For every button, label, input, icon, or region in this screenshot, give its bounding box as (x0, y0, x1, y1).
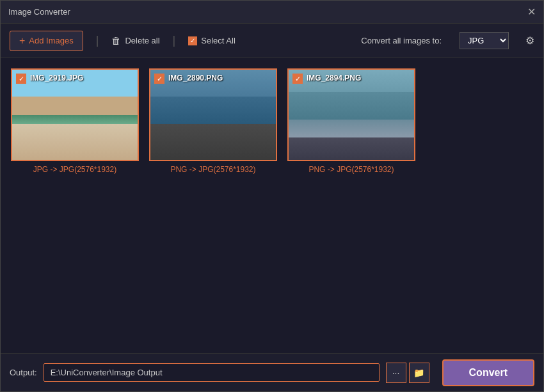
browse-button[interactable]: ··· (386, 363, 406, 383)
format-select[interactable]: JPG PNG BMP TIFF GIF WEBP (460, 32, 509, 49)
divider2: | (173, 34, 176, 47)
toolbar: + Add Images | 🗑 Delete all | ✓ Select A… (1, 24, 543, 58)
select-all-checkbox: ✓ (188, 36, 197, 45)
select-all-label: Select All (201, 36, 235, 45)
add-images-label: Add Images (29, 36, 73, 45)
trash-icon: 🗑 (111, 35, 121, 46)
image-card-2: ✓ IMG_2890.PNG PNG -> JPG(2576*1932) (149, 68, 277, 174)
image-thumbnail-1[interactable]: ✓ IMG_2919.JPG (11, 68, 139, 161)
settings-button[interactable]: ⚙ (525, 35, 534, 47)
image-card-3: ✓ IMG_2894.PNG PNG -> JPG(2576*1932) (287, 68, 415, 174)
convert-button[interactable]: Convert (442, 359, 534, 386)
image-conversion-info-1: JPG -> JPG(2576*1932) (33, 165, 116, 174)
image-thumbnail-2[interactable]: ✓ IMG_2890.PNG (149, 68, 277, 161)
open-folder-button[interactable]: 📁 (409, 363, 429, 383)
image-checkbox-1[interactable]: ✓ (16, 74, 26, 84)
image-conversion-info-2: PNG -> JPG(2576*1932) (170, 165, 255, 174)
image-conversion-info-3: PNG -> JPG(2576*1932) (308, 165, 394, 174)
plus-icon: + (19, 35, 25, 47)
bottom-icons: ··· 📁 (386, 363, 429, 383)
image-filename-3: IMG_2894.PNG (307, 74, 361, 82)
output-label: Output: (10, 368, 37, 377)
image-filename-1: IMG_2919.JPG (30, 74, 83, 82)
image-card-1: ✓ IMG_2919.JPG JPG -> JPG(2576*1932) (11, 68, 139, 174)
output-path-input[interactable] (44, 363, 380, 382)
image-filename-2: IMG_2890.PNG (168, 74, 223, 82)
window-title: Image Converter (8, 7, 70, 17)
main-window: Image Converter ✕ + Add Images | 🗑 Delet… (0, 0, 544, 392)
title-bar: Image Converter ✕ (1, 1, 543, 24)
convert-all-label: Convert all images to: (361, 36, 442, 45)
select-all-button[interactable]: ✓ Select All (188, 36, 235, 45)
image-checkbox-2[interactable]: ✓ (154, 74, 164, 84)
images-grid: ✓ IMG_2919.JPG JPG -> JPG(2576*1932) ✓ I… (11, 68, 533, 174)
divider1: | (96, 34, 99, 47)
content-area: ✓ IMG_2919.JPG JPG -> JPG(2576*1932) ✓ I… (1, 58, 543, 353)
bottom-bar: Output: ··· 📁 Convert (1, 353, 543, 391)
image-checkbox-3[interactable]: ✓ (292, 74, 303, 84)
delete-all-label: Delete all (125, 36, 159, 45)
delete-all-button[interactable]: 🗑 Delete all (111, 35, 159, 46)
close-button[interactable]: ✕ (527, 7, 536, 17)
image-thumbnail-3[interactable]: ✓ IMG_2894.PNG (287, 68, 415, 161)
add-images-button[interactable]: + Add Images (10, 31, 83, 51)
